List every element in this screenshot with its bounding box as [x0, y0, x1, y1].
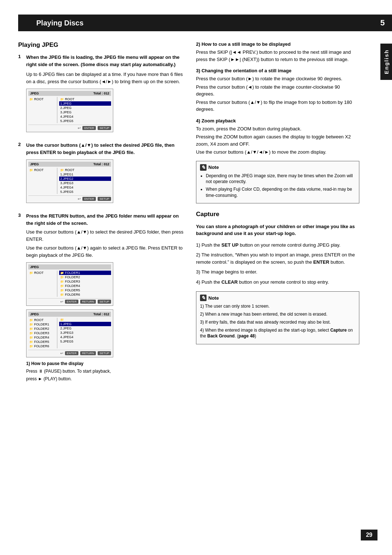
screen1-right-root: 📁ROOT [59, 97, 111, 101]
step-2-number: 2 [18, 142, 24, 207]
screen1-body: 📁ROOT 📁ROOT 1.JPEG 2.JPEG 3.JPEG 4.JPEG4… [28, 97, 111, 123]
screen2-right-item4: 4.JPEG4 [59, 185, 111, 190]
screen2-header: JPEG Total : 012 [28, 162, 111, 167]
note2-icon: ✎ [200, 295, 207, 301]
note-box-2: ✎ Note 1) The user can only store 1 scre… [196, 291, 359, 344]
step-3-bold1: Press the RETURN button, and the JPEG fo… [26, 213, 179, 226]
right-sub-2: 2) How to cue a still image to be displa… [196, 41, 359, 63]
screen1-right-item2: 2.JPEG [59, 106, 111, 110]
screen1-right-item1: 1.JPEG [59, 101, 111, 106]
screen3b-left: 📁ROOT 📁FOLDER1 📁FOLDER2 📁FOLDER3 📁FOLDER… [28, 318, 57, 348]
screen2-enter-btn: ENTER [82, 197, 96, 201]
header-number: 5 [380, 18, 385, 28]
note2-item-3: 3) If entry fails, the data that was alr… [200, 319, 355, 325]
screen3b-right-item5: 5.JPEG5 [59, 339, 111, 344]
step-2-bold: Use the cursor buttons (▲/▼) to select t… [26, 142, 175, 155]
screen3a-folder1: 📁FOLDER1 [59, 271, 111, 275]
screen3b-body: 📁ROOT 📁FOLDER1 📁FOLDER2 📁FOLDER3 📁FOLDER… [28, 318, 111, 348]
section-title-jpeg: Playing JPEG [18, 41, 185, 49]
screen3b-left-f1: 📁FOLDER1 [28, 322, 55, 327]
screen1-back-arrow: ↩ [78, 126, 81, 130]
screen3b-left-f3: 📁FOLDER3 [28, 331, 55, 335]
screen-mockup-2: JPEG Total : 012 📁ROOT 📁ROOT 1.JPEG1 2.J… [26, 159, 113, 203]
screen2-left-root: 📁ROOT [28, 168, 55, 172]
screen3b-return-btn: RETURN [80, 351, 96, 355]
screen3b-left-f4: 📁FOLDER4 [28, 335, 55, 340]
page-container: Playing Discs 5 English Playing JPEG 1 W… [0, 0, 392, 555]
note1-item-1: Depending on the JPEG image size, there … [206, 173, 355, 185]
screen3b-left-root: 📁ROOT [28, 318, 55, 322]
screen3a-back-arrow: ↩ [60, 300, 63, 304]
capture-title: Capture [196, 211, 359, 218]
note-box-1: ✎ Note Depending on the JPEG image size,… [196, 161, 359, 203]
note1-item-2: When playing Fuji Color CD, depending on… [206, 186, 355, 199]
screen3a-right: 📁FOLDER1 📁FOLDER2 📁FOLDER3 📁FOLDER4 📁FOL… [59, 271, 111, 297]
pause-line1: Press ⏸ (PAUSE) button. To start playbac… [26, 368, 185, 374]
note1-list: Depending on the JPEG image size, there … [206, 173, 355, 199]
screen3a-folder3: 📁FOLDER3 [59, 279, 111, 284]
screen-mockup-1: JPEG Total : 012 📁ROOT 📁ROOT [26, 89, 113, 132]
screen3a-folder6: 📁FOLDER6 [59, 292, 111, 297]
step-1-content: When the JPEG file is loading, the JPEG … [26, 54, 185, 136]
pause-section: 1) How to pause the display Press ⏸ (PAU… [26, 361, 185, 382]
screen3b-back-arrow: ↩ [60, 351, 63, 355]
capture-step-1: 1) Push the SET UP button on your remote… [196, 242, 359, 249]
sub2-title: 2) How to cue a still image to be displa… [196, 41, 359, 47]
step-3-number: 3 [18, 212, 24, 383]
content-area: Playing JPEG 1 When the JPEG file is loa… [0, 41, 392, 389]
note1-title: ✎ Note [200, 164, 355, 171]
pause-title: 1) How to pause the display [26, 361, 185, 366]
screen3b-right-item3: 3.JPEG3 [59, 331, 111, 335]
sub4-line2: Pressing the ZOOM button again causes th… [196, 133, 359, 147]
capture-intro: You can store a photograph of your child… [196, 223, 359, 237]
sub3-line3: Press the cursor buttons (▲/▼) to flip t… [196, 99, 359, 113]
screen3a-folder4: 📁FOLDER4 [59, 284, 111, 288]
left-column: Playing JPEG 1 When the JPEG file is loa… [18, 41, 185, 389]
screen3a-enter-btn: ENTER [65, 300, 78, 304]
screen1-enter-btn: ENTER [82, 126, 96, 130]
screen3a-footer: ↩ ENTER RETURN SETUP [28, 298, 111, 304]
sub4-title: 4) Zoom playback [196, 118, 359, 123]
sub3-title: 3) Changing the orientation of a still i… [196, 68, 359, 73]
screen3b-right-item1: 1.JPEG [59, 322, 111, 326]
screen2-right-item1: 1.JPEG1 [59, 172, 111, 177]
screen3a-left-root: 📁ROOT [28, 271, 55, 275]
screen2-right-item5: 5.JPEG5 [59, 190, 111, 194]
screen2-right-root: 📁ROOT [59, 168, 111, 172]
screen3a-header: JPEG [28, 264, 111, 270]
header-bar: Playing Discs 5 [18, 15, 392, 31]
sub2-para: Press the SKIP (|◄◄ PREV.) button to pro… [196, 49, 359, 63]
page-number-badge: 29 [361, 530, 377, 540]
language-tab: English [380, 44, 392, 80]
screen3b-left-f5: 📁FOLDER5 [28, 340, 55, 344]
sub3-line1: Press the cursor button (►) to rotate th… [196, 75, 359, 82]
screen2-body: 📁ROOT 📁ROOT 1.JPEG1 2.JPEG2 3.JPEG3 4.JP… [28, 168, 111, 194]
capture-steps: 1) Push the SET UP button on your remote… [196, 242, 359, 286]
note1-icon: ✎ [200, 164, 207, 171]
screen3b-right-folder: 📁 [59, 318, 111, 322]
screen3b-enter-btn: ENTER [65, 351, 78, 355]
screen-mockup-3b: JPEG Total : 012 📁ROOT 📁FOLDER1 📁FOLDER2… [26, 309, 113, 357]
screen3b-right: 📁 1.JPEG 2.JPEG 3.JPEG3 4.JPEG4 5.JPEG5 [59, 318, 111, 348]
step-1-para2: Up to 6 JPEG files can be displayed at a… [26, 71, 185, 85]
screen2-setup-btn: SETUP [98, 197, 111, 201]
screen3a-left: 📁ROOT [28, 271, 57, 297]
screen3a-setup-btn: SETUP [98, 300, 111, 304]
sub3-line2: Press the cursor button (◄) to rotate th… [196, 84, 359, 98]
header-title: Playing Discs [36, 19, 83, 27]
screen3b-footer: ↩ ENTER RETURN SETUP [28, 350, 111, 355]
screen2-left: 📁ROOT [28, 168, 57, 194]
screen3b-left-f6: 📁FOLDER6 [28, 344, 55, 348]
screen1-right-item5: 5.JPEG5 [59, 119, 111, 123]
note2-list: 1) The user can only store 1 screen. 2) … [200, 303, 355, 339]
step-2-content: Use the cursor buttons (▲/▼) to select t… [26, 142, 185, 207]
note2-title: ✎ Note [200, 295, 355, 301]
screen3b-right-item4: 4.JPEG4 [59, 335, 111, 339]
step-1-number: 1 [18, 54, 24, 136]
screen3a-return-btn: RETURN [80, 300, 96, 304]
sub4-line3: Use the cursor buttons (▲/▼/◄/►) to move… [196, 149, 359, 156]
step-1-bold: When the JPEG file is loading, the JPEG … [26, 54, 180, 67]
capture-section: Capture You can store a photograph of yo… [196, 211, 359, 286]
screen2-back-arrow: ↩ [78, 197, 81, 201]
right-sub-4: 4) Zoom playback To zoom, press the ZOOM… [196, 118, 359, 156]
